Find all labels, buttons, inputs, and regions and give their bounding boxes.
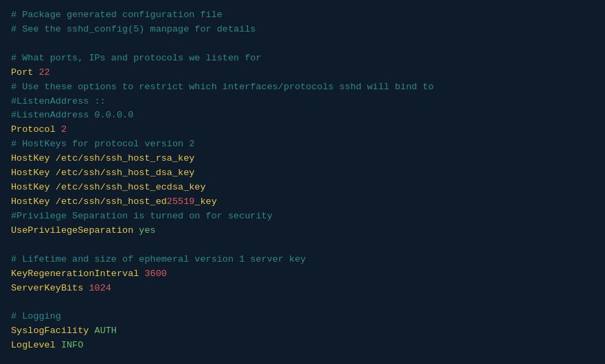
code-line (11, 295, 594, 310)
comment-text: # What ports, IPs and protocols we liste… (11, 53, 262, 63)
comment-text: #ListenAddress 0.0.0.0 (11, 110, 133, 120)
directive-value: 3600 (144, 269, 166, 279)
code-line: Protocol 2 (11, 123, 594, 137)
directive-keyword: Protocol (11, 124, 56, 135)
code-line: #Privilege Separation is turned on for s… (11, 209, 594, 224)
comment-text: # Use these options to restrict which in… (11, 82, 434, 92)
directive-value: INFO (61, 340, 83, 350)
directive-value: 22 (39, 67, 50, 78)
directive-keyword: Port (11, 67, 33, 78)
directive-keyword: UsePrivilegeSeparation (11, 225, 133, 236)
code-line (11, 37, 594, 52)
comment-text: #ListenAddress :: (11, 96, 106, 106)
code-line: # See the sshd_config(5) manpage for det… (11, 23, 594, 37)
directive-value: 2 (61, 124, 67, 135)
directive-value: /etc/ssh/ssh_host_dsa_key (56, 168, 195, 178)
comment-text: # Logging (11, 311, 61, 321)
directive-value-prefix: /etc/ssh/ssh_host_ed (56, 196, 167, 207)
directive-keyword: LogLevel (11, 340, 56, 350)
directive-value-suffix: _key (194, 196, 216, 207)
code-editor: # Package generated configuration file# … (0, 0, 605, 364)
directive-value: /etc/ssh/ssh_host_rsa_key (56, 153, 195, 163)
code-line: # HostKeys for protocol version 2 (11, 137, 594, 152)
code-line: UsePrivilegeSeparation yes (11, 224, 594, 238)
directive-keyword: HostKey (11, 153, 50, 163)
code-line: HostKey /etc/ssh/ssh_host_ecdsa_key (11, 181, 594, 195)
code-line: HostKey /etc/ssh/ssh_host_rsa_key (11, 152, 594, 166)
code-line: # Logging (11, 310, 594, 324)
code-line (11, 353, 594, 364)
directive-value: AUTH (95, 326, 117, 336)
directive-keyword: HostKey (11, 182, 50, 192)
directive-value-highlight: 25519 (167, 196, 195, 207)
code-line: LogLevel INFO (11, 339, 594, 353)
code-line: Port 22 (11, 66, 594, 80)
directive-value: /etc/ssh/ssh_host_ecdsa_key (56, 182, 206, 192)
directive-keyword: HostKey (11, 196, 50, 207)
code-line: # Package generated configuration file (11, 8, 594, 23)
directive-keyword: KeyRegenerationInterval (11, 269, 139, 279)
code-line: HostKey /etc/ssh/ssh_host_dsa_key (11, 166, 594, 181)
comment-text: # Lifetime and size of ephemeral version… (11, 254, 306, 264)
code-line: HostKey /etc/ssh/ssh_host_ed25519_key (11, 195, 594, 209)
directive-value: yes (139, 225, 155, 236)
code-line: # Lifetime and size of ephemeral version… (11, 253, 594, 267)
comment-text: #Privilege Separation is turned on for s… (11, 211, 273, 221)
code-line: # What ports, IPs and protocols we liste… (11, 52, 594, 66)
directive-keyword: SyslogFacility (11, 326, 89, 336)
comment-text: # Package generated configuration file (11, 10, 222, 20)
code-line (11, 238, 594, 253)
code-line: #ListenAddress :: (11, 95, 594, 109)
directive-value: 1024 (89, 283, 111, 293)
code-line: #ListenAddress 0.0.0.0 (11, 109, 594, 123)
code-line: KeyRegenerationInterval 3600 (11, 267, 594, 282)
directive-keyword: HostKey (11, 168, 50, 178)
comment-text: # See the sshd_config(5) manpage for det… (11, 24, 255, 34)
code-line: SyslogFacility AUTH (11, 324, 594, 339)
directive-keyword: ServerKeyBits (11, 283, 83, 293)
code-line: ServerKeyBits 1024 (11, 282, 594, 296)
code-line: # Use these options to restrict which in… (11, 80, 594, 95)
comment-text: # HostKeys for protocol version 2 (11, 139, 194, 149)
